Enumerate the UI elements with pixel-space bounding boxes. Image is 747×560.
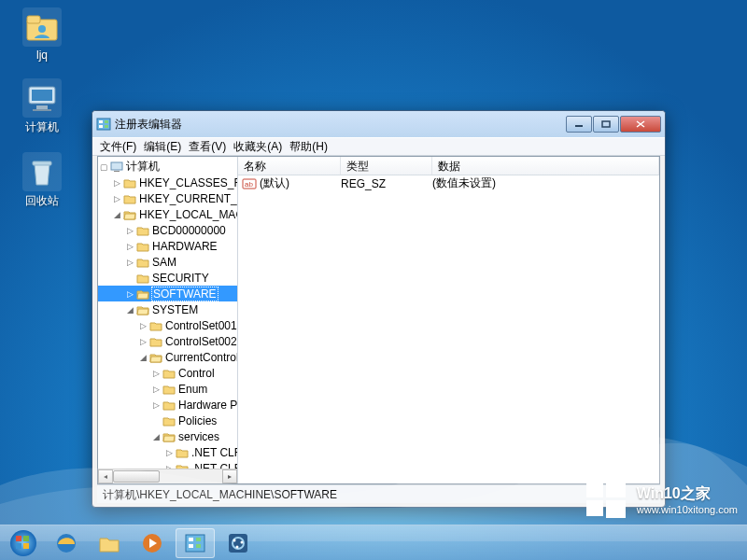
status-path: 计算机\HKEY_LOCAL_MACHINE\SOFTWARE bbox=[103, 488, 337, 501]
expand-toggle[interactable]: ▷ bbox=[124, 226, 135, 235]
tree-node[interactable]: Hardware Profil bbox=[178, 399, 238, 412]
tree-node-selected[interactable]: SOFTWARE bbox=[151, 287, 218, 301]
desktop-icon-label: ljq bbox=[9, 49, 75, 62]
expand-toggle[interactable]: ▷ bbox=[150, 400, 162, 410]
windows-logo-icon bbox=[585, 478, 627, 521]
tree-node[interactable]: Control bbox=[178, 367, 215, 380]
svg-rect-14 bbox=[602, 121, 610, 127]
folder-icon bbox=[136, 257, 149, 268]
tree-node[interactable]: .NET CLR Da bbox=[191, 446, 238, 459]
tree-node[interactable]: HARDWARE bbox=[152, 240, 218, 253]
=[interactable]: ▸ bbox=[222, 469, 237, 483]
tree-node[interactable]: Policies bbox=[178, 414, 217, 427]
list-item[interactable]: ab (默认) REG_SZ (数值未设置) bbox=[238, 175, 659, 191]
svg-rect-20 bbox=[606, 480, 626, 497]
collapse-toggle[interactable]: ◢ bbox=[150, 432, 162, 441]
folder-icon bbox=[162, 399, 176, 411]
taskbar[interactable] bbox=[0, 525, 747, 560]
desktop-icon-label: 计算机 bbox=[9, 119, 75, 135]
maximize-button[interactable] bbox=[593, 116, 619, 133]
tree-node[interactable]: Enum bbox=[178, 383, 207, 396]
folder-icon bbox=[136, 241, 149, 252]
svg-rect-1 bbox=[27, 16, 40, 23]
desktop-icon-computer[interactable]: 计算机 bbox=[9, 78, 75, 135]
column-type[interactable]: 类型 bbox=[341, 157, 432, 175]
desktop-icon-recycle[interactable]: 回收站 bbox=[9, 152, 75, 209]
tree-node[interactable]: ControlSet002 bbox=[165, 335, 237, 348]
menu-file[interactable]: 文件(F) bbox=[96, 139, 140, 155]
statusbar: 计算机\HKEY_LOCAL_MACHINE\SOFTWARE bbox=[97, 484, 660, 503]
expand-toggle[interactable]: ▢ bbox=[98, 162, 109, 172]
scroll-thumb[interactable] bbox=[113, 470, 160, 483]
registry-tree[interactable]: ▢ 计算机 ▷HKEY_CLASSES_ROOT ▷HKEY_CURRENT_U… bbox=[98, 157, 238, 483]
watermark-title: Win10之家 bbox=[637, 484, 738, 504]
svg-rect-11 bbox=[105, 120, 108, 123]
expand-toggle[interactable]: ▷ bbox=[137, 321, 148, 330]
menu-favorites[interactable]: 收藏夹(A) bbox=[230, 139, 286, 155]
column-data[interactable]: 数据 bbox=[432, 157, 659, 175]
tree-node-root[interactable]: 计算机 bbox=[126, 159, 160, 175]
minimize-button[interactable] bbox=[566, 116, 592, 133]
svg-rect-22 bbox=[606, 500, 626, 518]
menu-view[interactable]: 查看(V) bbox=[185, 139, 230, 155]
folder-icon bbox=[162, 415, 176, 427]
tree-node[interactable]: BCD00000000 bbox=[152, 224, 226, 237]
collapse-toggle[interactable]: ◢ bbox=[111, 210, 122, 219]
tree-node[interactable]: HKEY_CURRENT_USER bbox=[139, 192, 238, 205]
tree-hscrollbar[interactable]: ◂ ▸ bbox=[98, 469, 237, 483]
value-type: REG_SZ bbox=[341, 177, 432, 190]
taskbar-app[interactable] bbox=[218, 528, 258, 558]
menu-edit[interactable]: 编辑(E) bbox=[140, 139, 185, 155]
tree-node-system[interactable]: SYSTEM bbox=[152, 303, 198, 316]
taskbar-mediaplayer[interactable] bbox=[133, 528, 172, 558]
folder-icon bbox=[97, 531, 121, 555]
tree-node[interactable]: ControlSet001 bbox=[165, 319, 237, 332]
expand-toggle[interactable]: ▷ bbox=[124, 258, 135, 267]
svg-rect-24 bbox=[16, 536, 21, 541]
expand-toggle[interactable]: ▷ bbox=[124, 289, 135, 299]
column-name[interactable]: 名称 bbox=[238, 157, 341, 175]
expand-toggle[interactable]: ▷ bbox=[163, 448, 175, 457]
menu-help[interactable]: 帮助(H) bbox=[286, 139, 331, 155]
computer-icon bbox=[110, 161, 123, 173]
tree-node-services[interactable]: services bbox=[178, 430, 219, 443]
close-button[interactable] bbox=[620, 116, 661, 133]
expand-toggle[interactable]: ▷ bbox=[124, 242, 135, 251]
svg-rect-19 bbox=[586, 482, 603, 497]
desktop-icon-user[interactable]: ljq bbox=[9, 7, 75, 62]
taskbar-regedit-active[interactable] bbox=[176, 528, 215, 558]
svg-rect-34 bbox=[196, 544, 201, 548]
svg-point-37 bbox=[233, 539, 236, 541]
taskbar-ie[interactable] bbox=[47, 528, 86, 558]
scroll-left-button[interactable]: ◂ bbox=[98, 469, 113, 483]
start-button[interactable] bbox=[4, 528, 43, 558]
tree-node-ccs[interactable]: CurrentControlSet bbox=[165, 351, 238, 364]
svg-rect-27 bbox=[23, 543, 29, 549]
folder-open-icon bbox=[136, 304, 149, 315]
collapse-toggle[interactable]: ◢ bbox=[137, 353, 148, 362]
svg-rect-25 bbox=[23, 536, 29, 541]
svg-rect-26 bbox=[16, 543, 21, 549]
value-data: (数值未设置) bbox=[432, 175, 659, 191]
folder-open-icon bbox=[149, 352, 162, 363]
value-list[interactable]: 名称 类型 数据 ab (默认) REG_SZ (数值未设置) bbox=[238, 157, 659, 483]
svg-rect-21 bbox=[586, 500, 603, 516]
tree-node[interactable]: HKEY_CLASSES_ROOT bbox=[139, 176, 238, 189]
svg-rect-32 bbox=[189, 544, 193, 548]
svg-rect-12 bbox=[105, 125, 108, 128]
collapse-toggle[interactable]: ◢ bbox=[124, 305, 135, 315]
expand-toggle[interactable]: ▷ bbox=[150, 369, 162, 378]
tree-node[interactable]: SECURITY bbox=[152, 272, 209, 285]
expand-toggle[interactable]: ▷ bbox=[150, 385, 162, 394]
taskbar-explorer[interactable] bbox=[90, 528, 129, 558]
tree-node-hklm[interactable]: HKEY_LOCAL_MACHINE bbox=[139, 208, 238, 221]
titlebar[interactable]: 注册表编辑器 bbox=[92, 111, 665, 137]
regedit-window: 注册表编辑器 文件(F) 编辑(E) 查看(V) 收藏夹(A) 帮助(H) ▢ … bbox=[92, 110, 666, 508]
svg-rect-16 bbox=[114, 171, 120, 172]
expand-toggle[interactable]: ▷ bbox=[111, 178, 122, 188]
tree-node[interactable]: SAM bbox=[152, 256, 176, 269]
folder-open-icon bbox=[123, 209, 136, 220]
svg-rect-30 bbox=[186, 535, 204, 552]
expand-toggle[interactable]: ▷ bbox=[111, 194, 122, 203]
expand-toggle[interactable]: ▷ bbox=[137, 337, 148, 346]
